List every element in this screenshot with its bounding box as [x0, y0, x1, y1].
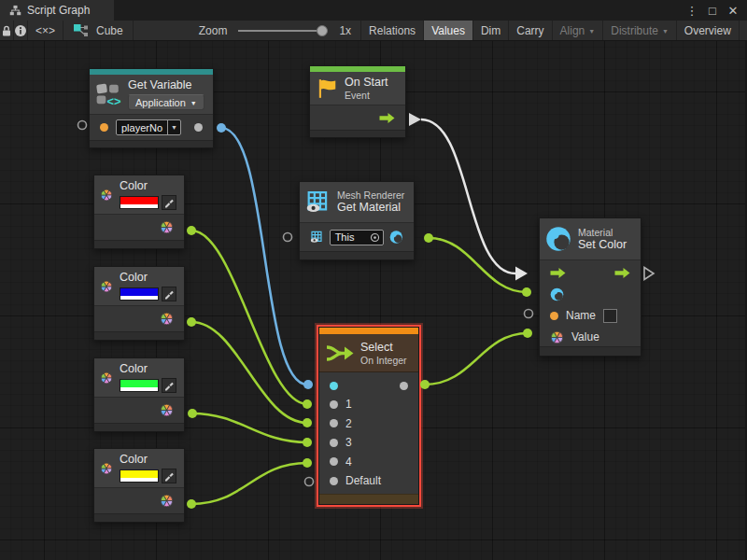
selector-input-port[interactable]: [330, 382, 338, 390]
eyedropper-button[interactable]: [162, 287, 176, 301]
value-input-port[interactable]: [550, 330, 564, 344]
wire-endpoint[interactable]: [420, 380, 430, 389]
value-output-port[interactable]: [194, 123, 203, 132]
zoom-value: 1x: [339, 24, 351, 37]
node-color-red[interactable]: Color: [93, 175, 185, 249]
maximize-icon[interactable]: □: [704, 4, 721, 18]
color-swatch[interactable]: [120, 469, 159, 483]
node-color-yellow[interactable]: Color: [93, 448, 185, 523]
option-input-port[interactable]: [330, 400, 338, 409]
node-on-start[interactable]: On Start Event: [309, 65, 406, 138]
node-set-color[interactable]: Material Set Color Name Value: [539, 217, 641, 357]
color-output-port[interactable]: [160, 403, 174, 417]
node-title: Get Variable: [128, 78, 204, 92]
graph-picker[interactable]: Cube: [63, 21, 134, 40]
info-button[interactable]: [14, 21, 28, 40]
wire-endpoint[interactable]: [424, 233, 433, 243]
distribute-dropdown[interactable]: Distribute ▼: [603, 21, 677, 40]
eyedropper-button[interactable]: [162, 195, 176, 210]
lock-button[interactable]: [0, 21, 14, 40]
node-header: On Start Event: [310, 72, 405, 105]
color-output-port[interactable]: [160, 312, 174, 326]
zoom-slider-handle[interactable]: [317, 25, 328, 36]
graph-canvas[interactable]: Get Variable Application ▼ playerNo ▼: [0, 41, 747, 560]
unconnected-flow-marker[interactable]: [644, 268, 654, 280]
overview-button[interactable]: Overview: [677, 21, 740, 40]
mesh-renderer-port-icon[interactable]: [310, 230, 324, 245]
flow-output-port[interactable]: [379, 113, 395, 123]
option-input-port[interactable]: [330, 439, 338, 447]
port-row: [94, 488, 184, 513]
wire-endpoint[interactable]: [188, 409, 197, 418]
wire-endpoint[interactable]: [187, 499, 196, 509]
flow-input-port[interactable]: [550, 268, 566, 278]
name-input-port[interactable]: [550, 312, 558, 320]
node-color-blue[interactable]: Color: [93, 266, 185, 341]
option-input-port[interactable]: [330, 419, 338, 427]
code-preview-button[interactable]: <×>: [28, 21, 63, 40]
node-title: Color: [120, 362, 176, 376]
eyedropper-button[interactable]: [162, 378, 176, 393]
wire-endpoint[interactable]: [303, 380, 313, 389]
close-icon[interactable]: ✕: [725, 4, 741, 18]
unconnected-port-marker[interactable]: [525, 310, 533, 318]
unconnected-port-marker[interactable]: [284, 233, 292, 242]
color-swatch[interactable]: [120, 379, 159, 392]
carry-label: Carry: [516, 24, 543, 37]
align-dropdown[interactable]: Align ▼: [553, 21, 604, 40]
graph-tree-icon: [9, 5, 21, 16]
node-color-green[interactable]: Color: [93, 357, 185, 432]
flow-output-port[interactable]: [614, 268, 630, 278]
wire-endpoint[interactable]: [217, 123, 226, 133]
graph-toolbar: <×> Cube Zoom 1x Relations Values Dim Ca…: [0, 21, 747, 41]
chevron-down-icon[interactable]: ▼: [167, 120, 180, 134]
flow-start-triangle[interactable]: [409, 113, 421, 126]
tab-script-graph[interactable]: Script Graph: [0, 0, 114, 21]
chevron-down-icon: ▼: [588, 28, 595, 35]
node-footer: [540, 346, 641, 356]
variable-name-port[interactable]: [100, 123, 108, 132]
node-select[interactable]: Select On Integer 1 2: [318, 327, 419, 505]
carry-button[interactable]: Carry: [509, 21, 552, 40]
name-value-field[interactable]: [603, 309, 617, 323]
fullscreen-button[interactable]: Full Screen: [740, 21, 747, 40]
node-get-variable[interactable]: Get Variable Application ▼ playerNo ▼: [89, 68, 214, 148]
wire-endpoint[interactable]: [522, 287, 531, 297]
material-input-port[interactable]: [550, 287, 564, 301]
unconnected-port-marker[interactable]: [78, 121, 87, 130]
target-field[interactable]: This: [330, 230, 385, 245]
wire-endpoint[interactable]: [303, 418, 312, 427]
wire-endpoint[interactable]: [303, 399, 312, 409]
zoom-slider[interactable]: [238, 25, 328, 36]
default-input-port[interactable]: [330, 477, 338, 485]
eyedropper-button[interactable]: [162, 469, 176, 483]
values-button[interactable]: Values: [424, 21, 473, 40]
node-header: Color: [94, 358, 184, 398]
flag-icon: [316, 77, 338, 100]
node-get-material[interactable]: Mesh Renderer Get Material This: [299, 181, 415, 260]
material-output-port[interactable]: [389, 230, 403, 245]
variable-scope-dropdown[interactable]: Application ▼: [128, 94, 204, 110]
wire-endpoint[interactable]: [187, 226, 196, 235]
target-picker-icon[interactable]: [370, 232, 383, 243]
wire-endpoint[interactable]: [523, 329, 532, 338]
color-output-port[interactable]: [160, 494, 174, 508]
wire-endpoint[interactable]: [303, 458, 312, 468]
port-row-option: 1: [319, 395, 418, 414]
color-wheel-icon: [100, 455, 113, 483]
unconnected-port-marker[interactable]: [305, 478, 314, 486]
variable-name-field[interactable]: playerNo ▼: [116, 119, 181, 135]
wire-endpoint[interactable]: [187, 317, 196, 327]
dim-button[interactable]: Dim: [473, 21, 509, 40]
color-swatch[interactable]: [120, 196, 159, 209]
dim-label: Dim: [481, 24, 500, 37]
target-value: This: [331, 231, 371, 243]
selection-output-port[interactable]: [400, 382, 408, 390]
option-input-port[interactable]: [330, 457, 338, 466]
overview-label: Overview: [684, 24, 731, 37]
menu-icon[interactable]: ⋮: [684, 4, 700, 18]
relations-button[interactable]: Relations: [361, 21, 424, 40]
wire-endpoint[interactable]: [303, 438, 312, 447]
color-swatch[interactable]: [120, 287, 159, 301]
color-output-port[interactable]: [160, 220, 174, 234]
